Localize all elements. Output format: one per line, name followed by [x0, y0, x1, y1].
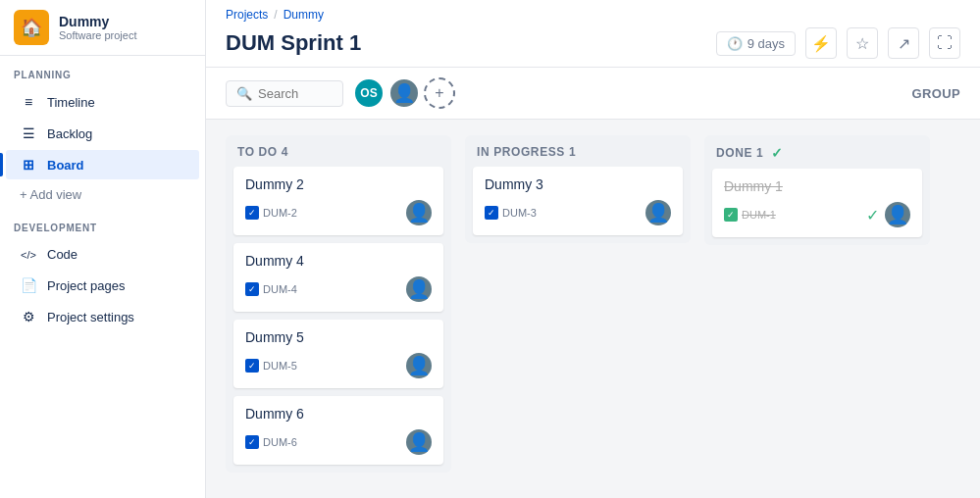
- column-cards-todo: Dummy 2 ✓ DUM-2 👤 Dummy 4 ✓ D: [226, 167, 451, 473]
- card-title: Dummy 5: [245, 329, 432, 345]
- board: TO DO 4 Dummy 2 ✓ DUM-2 👤 Dummy 4: [206, 120, 980, 498]
- card[interactable]: Dummy 1 ✓ DUM-1 ✓ 👤: [712, 169, 922, 237]
- checkbox-icon: ✓: [245, 282, 259, 296]
- card-id: ✓ DUM-3: [485, 206, 537, 220]
- card[interactable]: Dummy 2 ✓ DUM-2 👤: [233, 167, 443, 235]
- column-title: IN PROGRESS 1: [477, 145, 576, 159]
- card[interactable]: Dummy 4 ✓ DUM-4 👤: [233, 243, 443, 312]
- ticket-id: DUM-6: [263, 436, 297, 448]
- breadcrumb-separator: /: [274, 8, 277, 22]
- pages-icon: 📄: [20, 277, 37, 293]
- card[interactable]: Dummy 6 ✓ DUM-6 👤: [233, 396, 443, 465]
- sidebar-item-label: Backlog: [47, 126, 92, 141]
- project-type: Software project: [59, 29, 136, 41]
- search-input[interactable]: [258, 86, 336, 101]
- sidebar-item-label: Project pages: [47, 278, 126, 293]
- card-footer: ✓ DUM-6 👤: [245, 429, 432, 455]
- sidebar-item-backlog[interactable]: ☰ Backlog: [6, 119, 199, 148]
- avatar-group: OS 👤 +: [353, 77, 455, 109]
- sidebar-item-project-pages[interactable]: 📄 Project pages: [6, 271, 199, 300]
- column-inprogress: IN PROGRESS 1 Dummy 3 ✓ DUM-3 👤: [465, 135, 691, 243]
- clock-icon: 🕐: [727, 36, 743, 51]
- column-cards-inprogress: Dummy 3 ✓ DUM-3 👤: [465, 167, 691, 243]
- column-title: DONE 1: [716, 146, 763, 160]
- card-title: Dummy 4: [245, 253, 432, 269]
- avatar-user[interactable]: 👤: [388, 77, 420, 109]
- avatar-os[interactable]: OS: [353, 77, 385, 109]
- card-title: Dummy 6: [245, 406, 432, 422]
- breadcrumb-projects[interactable]: Projects: [226, 8, 268, 22]
- ticket-id: DUM-1: [742, 209, 776, 221]
- card-id: ✓ DUM-2: [245, 206, 297, 220]
- backlog-icon: ☰: [20, 125, 37, 141]
- sprint-title: DUM Sprint 1: [226, 30, 361, 56]
- main-header: Projects / Dummy DUM Sprint 1 🕐 9 days ⚡…: [206, 0, 980, 68]
- card-avatar: 👤: [885, 202, 910, 227]
- checkbox-icon: ✓: [245, 359, 259, 373]
- card-footer: ✓ DUM-3 👤: [485, 200, 671, 225]
- development-label: Development: [0, 209, 205, 239]
- sidebar-item-label: Code: [47, 247, 77, 262]
- sprint-timer: 🕐 9 days: [716, 31, 796, 56]
- search-box[interactable]: 🔍: [226, 80, 343, 107]
- share-button[interactable]: ↗: [888, 27, 919, 59]
- timeline-icon: ≡: [20, 94, 37, 110]
- card-id: ✓ DUM-1: [724, 208, 776, 222]
- card-title: Dummy 3: [485, 176, 671, 192]
- sidebar-item-timeline[interactable]: ≡ Timeline: [6, 87, 199, 117]
- add-view-label: + Add view: [20, 187, 81, 202]
- project-name: Dummy: [59, 14, 136, 30]
- code-icon: </>: [20, 249, 37, 261]
- card-avatar: 👤: [406, 353, 432, 378]
- sprint-title-row: DUM Sprint 1 🕐 9 days ⚡ ☆ ↗ ⛶: [226, 24, 960, 67]
- breadcrumb-project[interactable]: Dummy: [284, 8, 324, 22]
- card-avatar: 👤: [406, 200, 432, 225]
- card[interactable]: Dummy 5 ✓ DUM-5 👤: [233, 320, 443, 388]
- ticket-id: DUM-5: [263, 360, 297, 372]
- group-button[interactable]: GROUP: [911, 86, 960, 101]
- ticket-id: DUM-4: [263, 283, 297, 295]
- sidebar-item-code[interactable]: </> Code: [6, 240, 199, 269]
- lightning-button[interactable]: ⚡: [805, 27, 837, 59]
- card[interactable]: Dummy 3 ✓ DUM-3 👤: [473, 167, 683, 235]
- breadcrumb: Projects / Dummy: [226, 8, 960, 24]
- card-footer: ✓ DUM-1 ✓ 👤: [724, 202, 910, 227]
- star-button[interactable]: ☆: [847, 27, 878, 59]
- column-cards-done: Dummy 1 ✓ DUM-1 ✓ 👤: [704, 169, 930, 245]
- sidebar-project[interactable]: 🏠 Dummy Software project: [0, 0, 205, 56]
- sidebar-item-label: Project settings: [47, 310, 134, 324]
- card-title: Dummy 1: [724, 178, 910, 194]
- column-header-inprogress: IN PROGRESS 1: [465, 135, 691, 167]
- checkbox-icon: ✓: [245, 206, 259, 220]
- sidebar-item-board[interactable]: ⊞ Board: [6, 150, 199, 179]
- add-view-button[interactable]: + Add view: [0, 180, 205, 209]
- ticket-id: DUM-3: [502, 207, 537, 219]
- search-icon: 🔍: [236, 86, 252, 101]
- card-id: ✓ DUM-4: [245, 282, 297, 296]
- sidebar-item-project-settings[interactable]: ⚙ Project settings: [6, 302, 199, 331]
- column-header-todo: TO DO 4: [226, 135, 451, 167]
- card-avatar: 👤: [645, 200, 671, 225]
- done-checkmark: ✓: [866, 206, 879, 224]
- card-avatar: 👤: [406, 276, 432, 302]
- card-avatar: 👤: [406, 429, 432, 455]
- card-footer: ✓ DUM-2 👤: [245, 200, 432, 225]
- checkbox-icon: ✓: [245, 435, 259, 449]
- add-member-button[interactable]: +: [424, 77, 455, 109]
- column-todo: TO DO 4 Dummy 2 ✓ DUM-2 👤 Dummy 4: [226, 135, 451, 473]
- sidebar: 🏠 Dummy Software project Planning ≡ Time…: [0, 0, 206, 498]
- checkbox-icon: ✓: [724, 208, 738, 222]
- column-done: DONE 1✓ Dummy 1 ✓ DUM-1 ✓ 👤: [704, 135, 930, 245]
- fullscreen-button[interactable]: ⛶: [929, 27, 960, 59]
- ticket-id: DUM-2: [263, 207, 297, 219]
- card-id: ✓ DUM-6: [245, 435, 297, 449]
- card-footer: ✓ DUM-5 👤: [245, 353, 432, 378]
- planning-label: Planning: [0, 56, 205, 86]
- board-icon: ⊞: [20, 157, 37, 173]
- main-content: Projects / Dummy DUM Sprint 1 🕐 9 days ⚡…: [206, 0, 980, 498]
- sidebar-item-label: Timeline: [47, 95, 95, 110]
- card-footer: ✓ DUM-4 👤: [245, 276, 432, 302]
- settings-icon: ⚙: [20, 309, 37, 324]
- done-check-icon: ✓: [771, 145, 784, 161]
- timer-label: 9 days: [748, 36, 785, 51]
